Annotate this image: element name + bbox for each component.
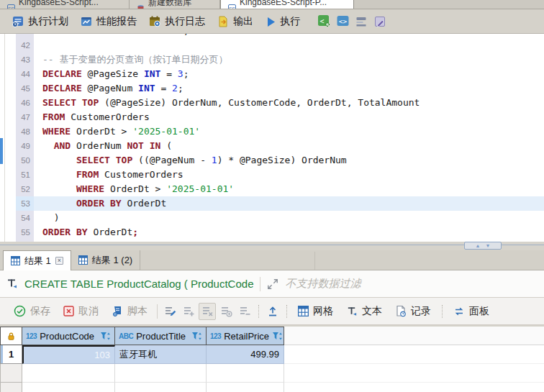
result-tab-2[interactable]: 结果 1 (2) (71, 250, 140, 270)
grid-cell[interactable]: 499.99 (207, 345, 284, 364)
code-line[interactable]: 43-- 基于变量的分页查询（按订单日期分页） (0, 53, 544, 67)
grid-cell[interactable] (115, 383, 207, 392)
grid-empty-row (0, 383, 544, 392)
grid-cell[interactable] (207, 383, 284, 392)
script-button[interactable]: 脚本 (105, 305, 154, 318)
code-line[interactable]: 45DECLARE @PageNum INT = 2; (0, 81, 544, 96)
grid-cell[interactable] (115, 364, 207, 383)
code-line[interactable]: 50 SELECT TOP ((@PageNum - 1) * @PageSiz… (0, 153, 544, 168)
grid-cell[interactable]: 103 (22, 345, 115, 364)
query-info-bar: CREATE TABLE ProductCatalog ( ProductCod… (0, 270, 544, 298)
delete-row-icon (201, 305, 214, 317)
cancel-label: 取消 (78, 305, 99, 318)
result-tab-1[interactable]: 结果 1 × (3, 250, 71, 270)
cancel-button[interactable]: 取消 (57, 305, 105, 318)
result-toolbar: 保存 取消 脚本 网格 (0, 298, 544, 325)
column-header-ProductCode[interactable]: 123ProductCode (22, 327, 115, 345)
code-line[interactable]: 51 FROM CustomerOrders (0, 168, 544, 182)
line-number: 54 (16, 211, 34, 225)
code-text: ORDER BY OrderDt (34, 196, 544, 211)
grid-cell[interactable]: 蓝牙耳机 (115, 345, 207, 364)
line-number: 45 (16, 81, 34, 96)
row-number-cell[interactable]: 1 (0, 345, 22, 364)
column-name: ProductCode (40, 331, 94, 342)
code-line[interactable]: 54 ) (0, 211, 544, 225)
exec-plan-button[interactable]: 执行计划 (6, 13, 74, 30)
script-icon (112, 305, 123, 317)
line-number: 51 (16, 168, 34, 182)
exec-log-button[interactable]: 执行日志 (142, 13, 211, 30)
splitter-collapse-control[interactable]: ▲ ▼ (464, 242, 502, 250)
grid-row-filler (284, 364, 544, 383)
perf-report-button[interactable]: 性能报告 (74, 13, 142, 30)
code-line[interactable]: 48WHERE OrderDt > '2025-01-01' (0, 124, 544, 139)
output-icon (217, 15, 230, 28)
delete-row-button[interactable] (199, 303, 216, 320)
svg-text:<>: <> (338, 17, 347, 25)
divider (260, 277, 260, 291)
window-tab-script-1[interactable]: ES KingbaseES-Script... (0, 0, 130, 9)
filter-sort-icon[interactable] (191, 332, 202, 341)
edit-row-button[interactable] (161, 303, 178, 320)
code-line[interactable]: 47FROM CustomerOrders (0, 110, 544, 124)
insert-snippet-button[interactable]: < (314, 13, 333, 30)
row-number-cell[interactable] (0, 364, 22, 383)
code-text (34, 38, 544, 53)
record-view-button[interactable]: 记录 (389, 305, 438, 318)
output-button[interactable]: 输出 (211, 13, 259, 30)
app-window: ES KingbaseES-Script... 新建数据库 ES Kingbas… (0, 0, 544, 392)
collapse-up-icon[interactable]: ▲ (476, 243, 481, 248)
grid-view-button[interactable]: 网格 (291, 305, 340, 318)
collapse-down-icon[interactable]: ▼ (486, 243, 491, 248)
grid-cell[interactable] (22, 383, 115, 392)
filter-sort-icon[interactable] (272, 332, 283, 341)
editor-results-splitter[interactable]: ▲ ▼ (0, 242, 544, 250)
export-button[interactable] (264, 303, 281, 320)
edit-script-button[interactable] (371, 13, 389, 30)
query-text: CREATE TABLE ProductCatalog ( ProductCod… (24, 278, 253, 290)
row-number-cell[interactable] (0, 383, 22, 392)
column-header-RetailPrice[interactable]: 123RetailPrice (207, 327, 284, 345)
format-button[interactable] (352, 13, 371, 30)
output-label: 输出 (233, 15, 253, 28)
code-line[interactable]: 46SELECT TOP (@PageSize) OrderNum, Custo… (0, 96, 544, 110)
text-filter-icon[interactable] (6, 278, 18, 290)
run-icon (265, 15, 276, 28)
remove-row-button[interactable] (236, 303, 253, 320)
code-view-button[interactable]: <> (333, 13, 352, 30)
grid-cell[interactable] (207, 364, 284, 383)
panel-button[interactable]: 面板 (447, 305, 496, 318)
run-button[interactable]: 执行 (259, 13, 306, 30)
add-row-button[interactable] (180, 303, 197, 320)
cancel-icon (63, 306, 74, 316)
window-tab-script-2-active[interactable]: ES KingbaseES-Script-P... (220, 0, 354, 9)
grid-cell[interactable] (22, 364, 115, 383)
window-tab-new-database[interactable]: 新建数据库 (130, 0, 220, 9)
code-text: FROM CustomerOrders (34, 168, 544, 182)
filter-unsupported-notice: 不支持数据过滤 (285, 277, 361, 291)
lock-icon (7, 332, 15, 341)
code-line[interactable]: 42 (0, 38, 544, 53)
line-number: 48 (16, 124, 34, 139)
code-text: ) (34, 211, 544, 225)
code-line[interactable]: 49 AND OrderNum NOT IN ( (0, 139, 544, 153)
code-text: DECLARE @PageNum INT = 2; (34, 81, 544, 96)
text-view-button[interactable]: 文本 (340, 305, 389, 318)
result-tab-label: 结果 1 (2) (92, 254, 132, 267)
code-line[interactable]: 52 WHERE OrderDt > '2025-01-01' (0, 182, 544, 196)
grid-corner-cell[interactable] (0, 327, 22, 345)
selected-row-indicator (1, 345, 3, 363)
close-icon[interactable]: × (55, 257, 63, 265)
code-line[interactable]: 55ORDER BY OrderDt; (0, 225, 544, 240)
code-line[interactable]: 53 ORDER BY OrderDt (0, 196, 544, 211)
filter-sort-icon[interactable] (100, 332, 111, 341)
window-tab-label: 新建数据库 (148, 0, 191, 9)
sql-editor[interactable]: 41ORDER BY RetailPrice DESC;4243-- 基于变量的… (0, 34, 544, 242)
expand-icon[interactable] (267, 278, 278, 290)
code-line[interactable]: 44DECLARE @PageSize INT = 3; (0, 67, 544, 81)
code-text: WHERE OrderDt > '2025-01-01' (34, 124, 544, 139)
insert-snippet-icon: < (317, 14, 331, 28)
duplicate-row-button[interactable] (217, 303, 235, 320)
column-header-ProductTitle[interactable]: ABCProductTitle (115, 327, 207, 345)
save-button[interactable]: 保存 (7, 305, 57, 318)
